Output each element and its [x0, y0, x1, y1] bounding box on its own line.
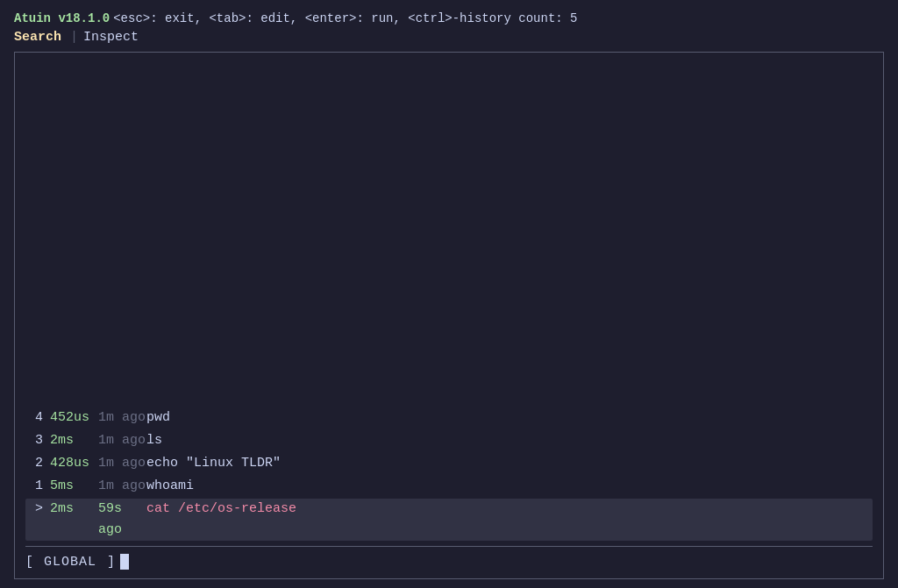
- app-name: Atuin v18.1.0: [14, 9, 110, 28]
- tab-divider: |: [70, 30, 78, 45]
- row-command: whoami: [146, 476, 873, 497]
- row-command: echo "Linux TLDR": [146, 453, 873, 474]
- row-time: 1m ago: [98, 407, 146, 429]
- row-time: 1m ago: [98, 476, 146, 497]
- table-row[interactable]: 1 5ms 1m ago whoami: [25, 476, 873, 497]
- tabs-line: Search | Inspect: [14, 30, 884, 45]
- panel-divider: [25, 546, 873, 547]
- row-time: 1m ago: [98, 430, 146, 451]
- search-cursor: [120, 554, 129, 570]
- row-time: 1m ago: [98, 453, 146, 474]
- row-time: 59s ago: [98, 499, 146, 541]
- tab-inspect[interactable]: Inspect: [83, 30, 139, 45]
- table-row[interactable]: 3 2ms 1m ago ls: [25, 430, 873, 451]
- close-bracket: ]: [107, 555, 115, 570]
- row-index: 1: [25, 476, 43, 497]
- app-container: Atuin v18.1.0 <esc>: exit, <tab>: edit, …: [0, 0, 898, 588]
- open-bracket: [: [25, 555, 33, 570]
- row-prompt: >: [25, 499, 43, 520]
- main-panel: 4 452us 1m ago pwd 3 2ms 1m ago ls 2 428…: [14, 52, 884, 579]
- tab-search[interactable]: Search: [14, 30, 65, 45]
- row-index: 3: [25, 430, 43, 451]
- title-line: Atuin v18.1.0 <esc>: exit, <tab>: edit, …: [14, 9, 884, 28]
- row-duration: 452us: [50, 407, 98, 429]
- selected-row[interactable]: > 2ms 59s ago cat /etc/os-release: [25, 499, 873, 541]
- row-index: 2: [25, 453, 43, 474]
- search-scope: GLOBAL: [37, 555, 103, 570]
- table-row[interactable]: 4 452us 1m ago pwd: [25, 407, 873, 429]
- top-bar: Atuin v18.1.0 <esc>: exit, <tab>: edit, …: [14, 9, 884, 45]
- history-area: 4 452us 1m ago pwd 3 2ms 1m ago ls 2 428…: [25, 60, 873, 541]
- row-duration: 2ms: [50, 499, 98, 520]
- row-command-selected: cat /etc/os-release: [146, 499, 873, 520]
- row-duration: 428us: [50, 453, 98, 474]
- row-index: 4: [25, 407, 43, 429]
- row-command: pwd: [146, 407, 873, 429]
- row-duration: 2ms: [50, 430, 98, 451]
- history-list: 4 452us 1m ago pwd 3 2ms 1m ago ls 2 428…: [25, 407, 873, 541]
- row-duration: 5ms: [50, 476, 98, 497]
- search-bar[interactable]: [ GLOBAL ]: [25, 552, 873, 571]
- key-hints: <esc>: exit, <tab>: edit, <enter>: run, …: [113, 9, 577, 28]
- row-command: ls: [146, 430, 873, 451]
- table-row[interactable]: 2 428us 1m ago echo "Linux TLDR": [25, 453, 873, 474]
